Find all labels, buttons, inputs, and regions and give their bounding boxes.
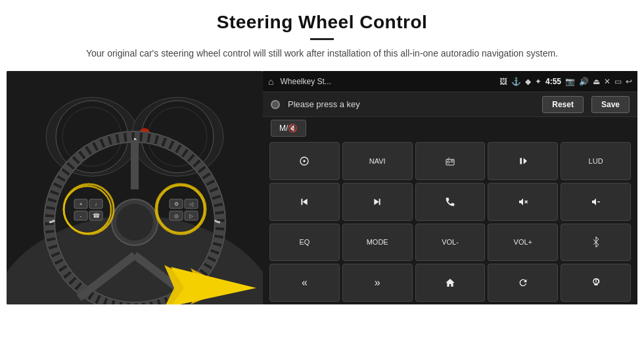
svg-point-24	[156, 184, 206, 234]
svg-point-38	[304, 160, 306, 162]
bt-icon: ✦	[535, 77, 541, 86]
svg-marker-48	[375, 199, 379, 204]
volume-icon: 🔊	[579, 77, 589, 86]
svg-text:▷: ▷	[189, 213, 194, 219]
reset-button[interactable]: Reset	[542, 96, 584, 113]
forward-double-button[interactable]: »	[342, 264, 413, 302]
navi-button[interactable]: NAVI	[342, 142, 413, 180]
steering-wheel-image: + - ♪ ☎ ⚙ ◎ ◁ ▷	[7, 71, 263, 304]
svg-text:◎: ◎	[174, 213, 179, 219]
page-title: Steering Wheel Control	[217, 12, 428, 33]
svg-text:-: -	[80, 213, 82, 219]
svg-text:♪: ♪	[95, 202, 97, 206]
image-icon: 🖼	[499, 77, 507, 86]
eq-button[interactable]: EQ	[269, 224, 340, 262]
home2-button[interactable]	[415, 264, 486, 302]
usb-icon: ⚓	[511, 77, 521, 86]
next-button[interactable]	[342, 183, 413, 221]
svg-point-13	[116, 204, 153, 241]
back-double-button[interactable]: «	[269, 264, 340, 302]
wheelkey-row: Please press a key Reset Save	[263, 92, 637, 117]
head-unit-screen: ⌂ Wheelkey St... 🖼 ⚓ ◆ ✦ 4:55 📷 🔊 ⏏ ✕ ▭ …	[263, 71, 637, 304]
back-icon: ↩	[626, 77, 632, 86]
page-container: Steering Wheel Control Your original car…	[0, 0, 644, 359]
status-bar: ⌂ Wheelkey St... 🖼 ⚓ ◆ ✦ 4:55 📷 🔊 ⏏ ✕ ▭ …	[263, 71, 637, 92]
mute2-button[interactable]	[488, 183, 558, 221]
bt-button[interactable]	[561, 224, 631, 262]
vol-down-button[interactable]: VOL-	[415, 224, 486, 262]
status-time: 4:55	[545, 77, 561, 86]
content-row: + - ♪ ☎ ⚙ ◎ ◁ ▷	[7, 71, 637, 304]
svg-text:☎: ☎	[93, 212, 100, 219]
title-divider	[310, 38, 334, 40]
mode-button[interactable]: MODE	[342, 224, 413, 262]
radio-indicator	[271, 100, 280, 109]
lud-button[interactable]: LUD	[561, 142, 631, 180]
playpause-button[interactable]	[488, 142, 558, 180]
page-subtitle: Your original car's steering wheel contr…	[86, 47, 558, 60]
location-icon: ◆	[525, 77, 531, 86]
press-key-label: Please press a key	[288, 99, 534, 109]
mute-row: M/🔇	[263, 117, 637, 139]
x-icon: ✕	[604, 77, 610, 86]
mute-button[interactable]: M/🔇	[271, 120, 306, 137]
svg-text:+: +	[80, 201, 83, 207]
camera-icon: 📷	[565, 77, 575, 86]
save-button[interactable]: Save	[591, 96, 630, 113]
svg-rect-49	[379, 199, 380, 204]
status-app-title: Wheelkey St...	[280, 77, 495, 86]
phone-button[interactable]	[415, 183, 486, 221]
svg-text:⚙: ⚙	[174, 201, 179, 207]
home-icon: ⌂	[268, 76, 273, 87]
window-icon: ▭	[614, 77, 622, 86]
svg-marker-45	[523, 158, 526, 164]
eject-icon: ⏏	[593, 77, 600, 86]
button-grid: NAVI LUD	[263, 139, 637, 304]
svg-rect-44	[520, 158, 522, 164]
radio-button[interactable]	[415, 142, 486, 180]
svg-marker-46	[303, 199, 308, 204]
power-button[interactable]	[561, 264, 631, 302]
refresh-button[interactable]	[488, 264, 558, 302]
prev-button[interactable]	[269, 183, 340, 221]
disc-button[interactable]	[269, 142, 340, 180]
vol-up-button[interactable]: VOL+	[488, 224, 558, 262]
svg-rect-47	[302, 199, 303, 204]
svg-point-40	[448, 161, 449, 163]
svg-text:◁: ◁	[189, 201, 194, 207]
volmute-button[interactable]	[561, 183, 631, 221]
